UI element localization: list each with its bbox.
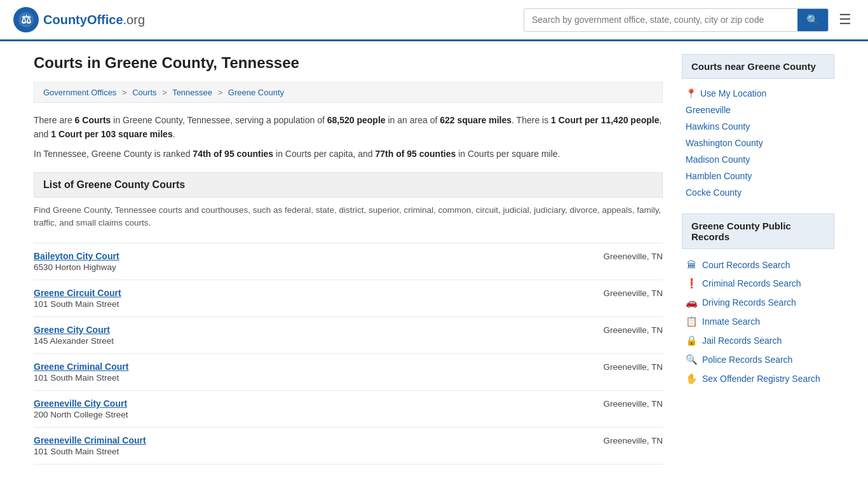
court-address: 101 South Main Street bbox=[34, 373, 663, 383]
nearby-link[interactable]: Hamblen County bbox=[682, 168, 834, 184]
public-records-section: Greene County Public Records 🏛 Court Rec… bbox=[682, 214, 834, 388]
pr-label: Court Records Search bbox=[702, 260, 790, 270]
breadcrumb-gov-offices[interactable]: Government Offices bbox=[43, 88, 116, 97]
public-records-link[interactable]: ❗ Criminal Records Search bbox=[682, 274, 834, 293]
court-address: 101 South Main Street bbox=[34, 447, 663, 456]
list-description: Find Greene County, Tennessee courts and… bbox=[34, 204, 663, 230]
content-area: Courts in Greene County, Tennessee Gover… bbox=[34, 54, 663, 464]
breadcrumb-greene-county[interactable]: Greene County bbox=[228, 88, 284, 97]
court-city: Greeneville, TN bbox=[603, 325, 663, 335]
breadcrumb-tennessee[interactable]: Tennessee bbox=[172, 88, 212, 97]
court-city: Greeneville, TN bbox=[603, 399, 663, 409]
public-records-link[interactable]: 🔍 Police Records Search bbox=[682, 350, 834, 369]
pr-label: Criminal Records Search bbox=[702, 278, 801, 288]
public-records-link[interactable]: ✋ Sex Offender Registry Search bbox=[682, 369, 834, 388]
list-header: List of Greene County Courts bbox=[34, 172, 663, 198]
nearby-section: Courts near Greene County 📍 Use My Locat… bbox=[682, 54, 834, 201]
breadcrumb: Government Offices > Courts > Tennessee … bbox=[34, 82, 663, 103]
public-records-links: 🏛 Court Records Search ❗ Criminal Record… bbox=[682, 255, 834, 388]
pr-icon: 🏛 bbox=[686, 259, 697, 270]
court-name[interactable]: Greene Criminal Court bbox=[34, 362, 128, 372]
pr-label: Inmate Search bbox=[702, 316, 760, 327]
court-city: Greeneville, TN bbox=[603, 436, 663, 445]
breadcrumb-courts[interactable]: Courts bbox=[132, 88, 156, 97]
court-city: Greeneville, TN bbox=[603, 252, 663, 261]
pr-label: Police Records Search bbox=[702, 355, 792, 365]
public-records-link[interactable]: 🏛 Court Records Search bbox=[682, 255, 834, 274]
nearby-links: GreenevilleHawkins CountyWashington Coun… bbox=[682, 102, 834, 201]
court-per-people: 1 Court per 11,420 people bbox=[551, 115, 659, 125]
court-name[interactable]: Baileyton City Court bbox=[34, 251, 119, 261]
court-per-sqmile: 1 Court per 103 square miles bbox=[51, 129, 172, 139]
court-name[interactable]: Greene Circuit Court bbox=[34, 288, 121, 298]
nearby-link[interactable]: Washington County bbox=[682, 135, 834, 151]
court-entry: Greene Criminal Court Greeneville, TN 10… bbox=[34, 354, 663, 391]
pr-label: Jail Records Search bbox=[702, 336, 782, 346]
court-name[interactable]: Greeneville Criminal Court bbox=[34, 435, 146, 445]
nearby-link[interactable]: Madison County bbox=[682, 151, 834, 168]
population: 68,520 people bbox=[327, 115, 386, 125]
search-button[interactable]: 🔍 bbox=[797, 9, 828, 31]
use-my-location-label: Use My Location bbox=[700, 88, 766, 98]
court-address: 200 North College Street bbox=[34, 410, 663, 419]
sidebar: Courts near Greene County 📍 Use My Locat… bbox=[682, 54, 834, 464]
courts-count: 6 Courts bbox=[75, 115, 111, 125]
page-title: Courts in Greene County, Tennessee bbox=[34, 54, 663, 72]
pr-icon: 📋 bbox=[686, 316, 697, 327]
nearby-title: Courts near Greene County bbox=[682, 54, 834, 79]
search-input[interactable] bbox=[524, 10, 797, 30]
court-address: 6530 Horton Highway bbox=[34, 262, 663, 272]
search-bar: 🔍 bbox=[524, 8, 829, 32]
header-right: 🔍 ☰ bbox=[524, 8, 855, 32]
court-entry: Greeneville Criminal Court Greeneville, … bbox=[34, 428, 663, 464]
court-city: Greeneville, TN bbox=[603, 362, 663, 372]
pr-icon: ❗ bbox=[686, 278, 697, 289]
nearby-link[interactable]: Cocke County bbox=[682, 184, 834, 201]
court-entry: Greene Circuit Court Greeneville, TN 101… bbox=[34, 280, 663, 317]
pr-icon: 🔍 bbox=[686, 354, 697, 365]
nearby-link[interactable]: Hawkins County bbox=[682, 118, 834, 135]
svg-text:⚖: ⚖ bbox=[21, 13, 31, 26]
main-container: Courts in Greene County, Tennessee Gover… bbox=[21, 41, 847, 477]
logo-icon: ⚖ bbox=[13, 6, 39, 33]
pr-icon: 🚗 bbox=[686, 297, 697, 308]
stats-section: There are 6 Courts in Greene County, Ten… bbox=[34, 113, 663, 161]
pr-icon: 🔒 bbox=[686, 335, 697, 346]
nearby-link[interactable]: Greeneville bbox=[682, 102, 834, 118]
logo-area: ⚖ CountyOffice.org bbox=[13, 6, 145, 33]
court-city: Greeneville, TN bbox=[603, 288, 663, 298]
location-pin-icon: 📍 bbox=[686, 88, 696, 98]
rank-sqmile: 77th of 95 counties bbox=[375, 149, 456, 159]
court-entry: Greeneville City Court Greeneville, TN 2… bbox=[34, 391, 663, 428]
logo-text: CountyOffice.org bbox=[43, 13, 145, 27]
court-address: 145 Alexander Street bbox=[34, 336, 663, 346]
court-name[interactable]: Greene City Court bbox=[34, 325, 110, 335]
pr-icon: ✋ bbox=[686, 373, 697, 384]
court-list: Baileyton City Court Greeneville, TN 653… bbox=[34, 243, 663, 464]
court-name[interactable]: Greeneville City Court bbox=[34, 398, 127, 409]
court-entry: Greene City Court Greeneville, TN 145 Al… bbox=[34, 317, 663, 354]
use-my-location[interactable]: 📍 Use My Location bbox=[682, 85, 834, 102]
public-records-title: Greene County Public Records bbox=[682, 214, 834, 249]
site-header: ⚖ CountyOffice.org 🔍 ☰ bbox=[0, 0, 868, 41]
area: 622 square miles bbox=[440, 115, 512, 125]
pr-label: Sex Offender Registry Search bbox=[702, 374, 820, 384]
court-entry: Baileyton City Court Greeneville, TN 653… bbox=[34, 243, 663, 280]
public-records-link[interactable]: 📋 Inmate Search bbox=[682, 312, 834, 331]
pr-label: Driving Records Search bbox=[702, 297, 796, 308]
hamburger-menu-icon[interactable]: ☰ bbox=[835, 8, 855, 32]
public-records-link[interactable]: 🔒 Jail Records Search bbox=[682, 331, 834, 350]
public-records-link[interactable]: 🚗 Driving Records Search bbox=[682, 293, 834, 312]
rank-capita: 74th of 95 counties bbox=[193, 149, 273, 159]
court-address: 101 South Main Street bbox=[34, 299, 663, 309]
